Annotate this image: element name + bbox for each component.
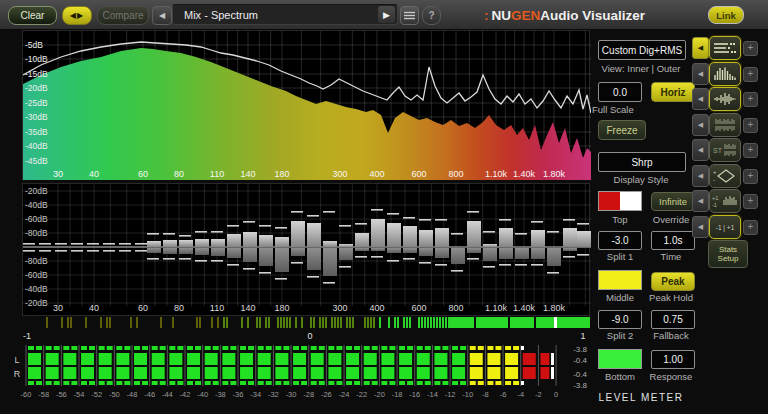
module-vectorscope-button[interactable]: + - bbox=[709, 164, 741, 188]
tick-label: 800 bbox=[448, 303, 463, 313]
module-nav-waveform[interactable]: ◀ bbox=[692, 88, 709, 110]
brand-dots: : bbox=[484, 8, 489, 23]
tick-label: 30 bbox=[53, 303, 63, 313]
tick-label: 600 bbox=[411, 169, 426, 179]
tick-label: 800 bbox=[448, 169, 463, 179]
meter-mode-select[interactable]: Custom Dig+RMS bbox=[598, 40, 686, 60]
bottom-color-swatch[interactable] bbox=[598, 349, 642, 369]
split-peak-down bbox=[371, 256, 383, 258]
module-nav-vectorscope[interactable]: ◀ bbox=[692, 165, 709, 187]
split1-input[interactable]: -3.0 bbox=[598, 231, 642, 250]
tick-label: -38 bbox=[215, 390, 226, 399]
module-add-correlation-history[interactable]: + bbox=[743, 194, 758, 209]
split2-input[interactable]: -9.0 bbox=[598, 310, 642, 329]
level-meters-icon bbox=[712, 40, 738, 56]
module-add-correlation-meter[interactable]: + bbox=[743, 220, 758, 235]
preset-selector[interactable]: Mix - Spectrum bbox=[172, 4, 398, 25]
full-scale-input[interactable]: 0.0 bbox=[598, 82, 642, 102]
module-nav-spectrogram[interactable]: ◀ bbox=[692, 114, 709, 136]
split-peak-up bbox=[195, 231, 207, 233]
module-nav-stereo-spectrogram[interactable]: ◀ bbox=[692, 139, 709, 161]
tick-label: -44 bbox=[162, 390, 173, 399]
response-input[interactable]: 1.00 bbox=[651, 350, 695, 369]
tick-label: 110 bbox=[210, 169, 224, 179]
view-toggle[interactable]: View: Inner | Outer bbox=[585, 63, 697, 74]
split-peak-up bbox=[55, 243, 67, 245]
tick-label: -60 bbox=[21, 390, 32, 399]
tick-label: R bbox=[14, 369, 21, 379]
time-input[interactable]: 1.0s bbox=[651, 231, 695, 250]
preset-prev-button[interactable]: ◀ bbox=[152, 6, 172, 25]
module-spectrogram-button[interactable] bbox=[709, 113, 741, 137]
brand-logo: :NUGEN Audio Visualizer bbox=[484, 7, 645, 23]
tick-label: -56 bbox=[56, 390, 67, 399]
module-nav-meters[interactable]: ◀ bbox=[692, 37, 709, 59]
split-bar-up bbox=[275, 237, 289, 247]
play-button[interactable]: ▶ bbox=[378, 6, 395, 23]
module-add-vectorscope[interactable]: + bbox=[743, 169, 758, 184]
split-peak-up bbox=[243, 221, 255, 223]
tick-label: 0 bbox=[307, 331, 312, 341]
infinite-button[interactable]: Infinite bbox=[651, 192, 695, 211]
split-peak-up bbox=[371, 209, 383, 211]
split-peak-down bbox=[71, 250, 83, 252]
split-peak-up bbox=[403, 217, 415, 219]
middle-label: Middle bbox=[598, 292, 642, 303]
split-bar-down bbox=[451, 248, 465, 264]
freeze-button[interactable]: Freeze bbox=[598, 120, 646, 140]
display-style-select[interactable]: Shrp bbox=[598, 152, 686, 172]
split-bar-up bbox=[435, 228, 449, 247]
swap-arrows-button[interactable]: ◀▶ bbox=[62, 6, 92, 25]
tick-label: 60 bbox=[138, 303, 148, 313]
module-add-stereo-spectrogram[interactable]: + bbox=[743, 143, 758, 158]
tick-label: -26 bbox=[321, 390, 332, 399]
preset-list-button[interactable] bbox=[400, 6, 419, 25]
split-peak-down bbox=[39, 250, 51, 252]
module-stereo-spectrogram-button[interactable]: ST bbox=[709, 138, 741, 162]
tick-label: 1.10k bbox=[485, 169, 508, 179]
split-peak-down bbox=[387, 260, 399, 262]
split-bar-down bbox=[515, 248, 529, 259]
module-spectrum-button[interactable] bbox=[709, 62, 741, 86]
tick-label: -54 bbox=[74, 390, 85, 399]
link-button[interactable]: Link bbox=[708, 6, 744, 24]
split-bar-down bbox=[275, 248, 289, 272]
top-color-left[interactable] bbox=[599, 192, 620, 210]
correlation-graph: -101 bbox=[22, 317, 590, 343]
module-nav-spectrum[interactable]: ◀ bbox=[692, 63, 709, 85]
split-peak-up bbox=[499, 219, 511, 221]
clear-button[interactable]: Clear bbox=[8, 6, 57, 25]
module-add-meters[interactable]: + bbox=[743, 41, 758, 56]
split-bar-down bbox=[147, 248, 161, 253]
split-bar-up bbox=[243, 232, 257, 247]
fallback-input[interactable]: 0.75 bbox=[651, 310, 695, 329]
tick-label: 180 bbox=[274, 303, 289, 313]
split-bar-down bbox=[387, 248, 401, 253]
stats-setup-button[interactable]: Stats Setup bbox=[708, 240, 748, 268]
module-correlation-meter-button[interactable]: -1 | +1 bbox=[709, 215, 741, 239]
middle-color-swatch[interactable] bbox=[598, 270, 642, 290]
module-add-spectrogram[interactable]: + bbox=[743, 118, 758, 133]
horiz-button[interactable]: Horiz bbox=[651, 82, 695, 102]
module-level-meters-button[interactable] bbox=[709, 36, 741, 60]
meter-peak-marker bbox=[521, 346, 524, 350]
split-peak-up bbox=[227, 225, 239, 227]
module-nav-correlation-meter[interactable]: ◀ bbox=[692, 216, 709, 238]
brand-gen: GEN bbox=[511, 8, 540, 23]
top-color-right[interactable] bbox=[620, 192, 641, 210]
peak-button[interactable]: Peak bbox=[651, 272, 695, 291]
split-spectrum-panel: 304060801101401803004006008001.10k1.40k1… bbox=[22, 183, 590, 316]
module-add-spectrum[interactable]: + bbox=[743, 67, 758, 82]
split-bar-down bbox=[323, 248, 337, 276]
help-button[interactable]: ? bbox=[422, 6, 441, 25]
module-nav-correlation-history[interactable]: ◀ bbox=[692, 190, 709, 212]
top-color-swatch[interactable] bbox=[598, 191, 642, 211]
module-add-waveform[interactable]: + bbox=[743, 92, 758, 107]
vectorscope-icon: + - bbox=[712, 168, 738, 184]
tick-label: -4 bbox=[517, 390, 524, 399]
split1-label: Split 1 bbox=[598, 251, 642, 262]
module-correlation-history-button[interactable]: +1 -1 bbox=[709, 189, 741, 213]
module-waveform-button[interactable] bbox=[709, 87, 741, 111]
compare-button[interactable]: Compare bbox=[97, 6, 149, 25]
tick-label: -6 bbox=[500, 390, 507, 399]
